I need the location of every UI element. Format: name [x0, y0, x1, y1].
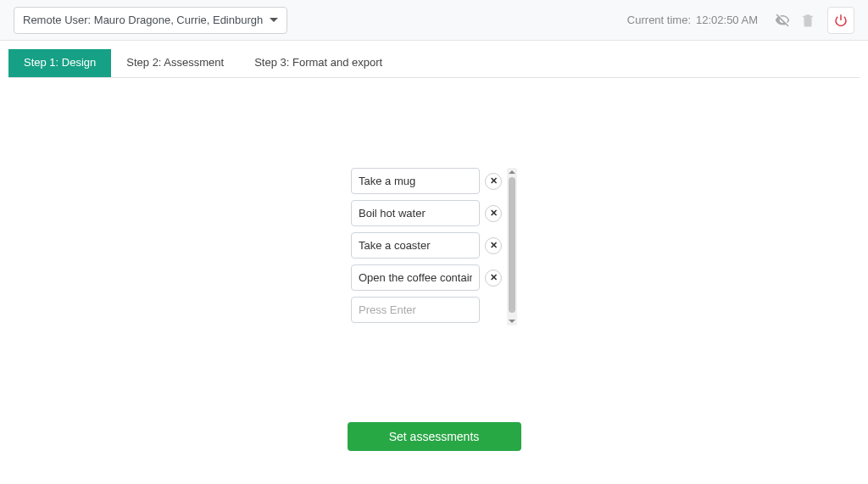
- scroll-up-icon: [509, 170, 515, 174]
- step-tabs: Step 1: Design Step 2: Assessment Step 3…: [8, 49, 860, 78]
- tab-label: Step 2: Assessment: [126, 56, 224, 69]
- tab-label: Step 3: Format and export: [254, 56, 382, 69]
- delete-task-button[interactable]: ✕: [485, 270, 502, 287]
- remote-user-select[interactable]: Remote User: Mauro Dragone, Currie, Edin…: [14, 7, 287, 34]
- task-list: ✕ ✕ ✕ ✕: [351, 168, 502, 329]
- tab-label: Step 1: Design: [24, 56, 96, 69]
- task-input[interactable]: [351, 264, 480, 291]
- new-task-row: [351, 297, 502, 323]
- new-task-input[interactable]: [351, 297, 480, 323]
- chevron-down-icon: [270, 18, 278, 22]
- current-time-value: 12:02:50 AM: [696, 14, 758, 26]
- tab-assessment[interactable]: Step 2: Assessment: [111, 49, 239, 77]
- task-panel: ✕ ✕ ✕ ✕: [351, 168, 517, 329]
- delete-task-button[interactable]: ✕: [485, 205, 502, 222]
- delete-task-button[interactable]: ✕: [485, 173, 502, 190]
- task-input[interactable]: [351, 168, 480, 194]
- topbar: Remote User: Mauro Dragone, Currie, Edin…: [0, 0, 868, 41]
- current-time-label: Current time:: [627, 14, 691, 26]
- set-assessments-button[interactable]: Set assessments: [348, 422, 521, 451]
- visibility-off-icon[interactable]: [773, 11, 792, 30]
- task-input[interactable]: [351, 200, 480, 226]
- button-label: Set assessments: [389, 430, 480, 443]
- task-scrollbar[interactable]: [507, 168, 517, 325]
- delete-task-button[interactable]: ✕: [485, 237, 502, 254]
- power-icon: [833, 13, 849, 28]
- scroll-down-icon: [509, 320, 515, 323]
- remote-user-label: Remote User: Mauro Dragone, Currie, Edin…: [23, 14, 263, 26]
- power-button[interactable]: [827, 7, 854, 34]
- task-input[interactable]: [351, 232, 480, 259]
- tab-design[interactable]: Step 1: Design: [8, 49, 111, 77]
- scroll-thumb[interactable]: [509, 177, 515, 313]
- main-content: ✕ ✕ ✕ ✕ Set assessments: [0, 78, 868, 451]
- task-row: ✕: [351, 168, 502, 194]
- task-row: ✕: [351, 232, 502, 259]
- task-row: ✕: [351, 264, 502, 291]
- trash-icon[interactable]: [798, 11, 817, 30]
- tab-format-export[interactable]: Step 3: Format and export: [239, 49, 398, 77]
- task-row: ✕: [351, 200, 502, 226]
